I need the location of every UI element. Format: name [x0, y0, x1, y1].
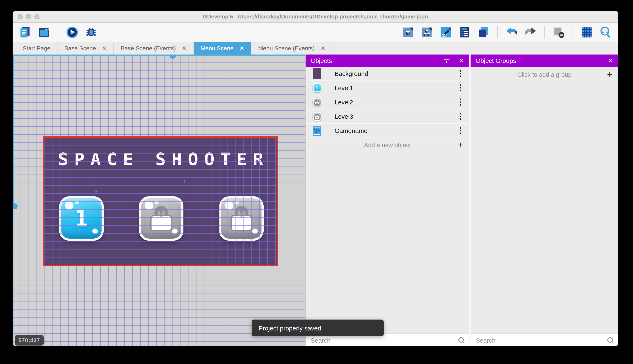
lock-button-icon: [312, 98, 321, 106]
objects-panel: Objects ✕ Background 1 Level1: [305, 54, 469, 346]
level3-button[interactable]: [219, 196, 264, 241]
groups-search-input[interactable]: [475, 336, 607, 344]
gdevelop-window: GDevelop 5 - /Users/dkarakay/Documents/G…: [13, 11, 618, 346]
add-object-row[interactable]: Add a new object +: [305, 138, 469, 152]
edit-scene-icon[interactable]: [439, 26, 453, 39]
tab-label: Menu Scene: [200, 45, 233, 52]
groups-search-bar: [471, 334, 618, 346]
grid-icon[interactable]: [580, 26, 593, 39]
debug-icon[interactable]: [84, 26, 98, 39]
lock-icon: [230, 206, 253, 231]
gloss-highlight: [155, 200, 159, 204]
redo-icon[interactable]: [524, 26, 537, 39]
search-icon[interactable]: [458, 336, 465, 344]
titlebar: GDevelop 5 - /Users/dkarakay/Documents/G…: [13, 11, 618, 23]
horizontal-scrollbar[interactable]: [13, 54, 305, 56]
object-name: Background: [335, 70, 368, 77]
vertical-scrollbar[interactable]: [13, 54, 14, 346]
gloss-highlight: [65, 201, 74, 210]
toolbar: 1:1: [13, 23, 618, 42]
sparkle: +: [94, 188, 98, 195]
background-swatch-icon: [313, 68, 321, 79]
object-name: Level2: [335, 98, 353, 106]
instances-icon[interactable]: [420, 26, 434, 39]
tab-base-scene-events[interactable]: Base Scene (Events) ✕: [114, 42, 194, 54]
object-menu-icon[interactable]: [458, 111, 463, 122]
tab-start-page[interactable]: Start Page: [16, 42, 58, 54]
add-group-row[interactable]: Click to add a group +: [471, 67, 618, 82]
lock-button-icon: [312, 112, 321, 121]
toolbar-separator: [58, 26, 58, 38]
object-row-level3[interactable]: Level3: [305, 110, 469, 124]
tab-label: Base Scene (Events): [121, 45, 176, 52]
toolbar-separator: [497, 26, 498, 38]
tab-label: Start Page: [23, 45, 50, 52]
tab-base-scene[interactable]: Base Scene ✕: [58, 42, 114, 54]
object-groups-panel-header: Object Groups ✕: [471, 54, 618, 67]
object-icon[interactable]: [401, 26, 415, 39]
level1-button-icon: 1: [312, 84, 321, 92]
save-toast: Project properly saved: [252, 320, 384, 336]
toolbar-separator: [572, 26, 573, 38]
layers-icon[interactable]: [477, 26, 490, 39]
object-name: Gamename: [335, 127, 368, 134]
filter-icon[interactable]: [444, 58, 450, 63]
scene-canvas[interactable]: + + + + SPACE SHOOTER 1: [13, 54, 305, 346]
close-tab-icon[interactable]: ✕: [239, 45, 244, 51]
object-name: Level1: [335, 84, 353, 92]
add-group-label: Click to add a group: [517, 71, 571, 78]
scene-background-instance[interactable]: + + + + SPACE SHOOTER 1: [43, 136, 278, 266]
level-number: 1: [75, 205, 88, 232]
objects-panel-title: Objects: [311, 57, 444, 64]
add-group-plus-icon[interactable]: +: [607, 70, 612, 79]
undo-icon[interactable]: [505, 26, 518, 39]
level2-button[interactable]: [139, 196, 183, 241]
objects-panel-header: Objects ✕: [305, 54, 469, 67]
text-object-icon: Tx: [313, 126, 321, 136]
tab-menu-scene[interactable]: Menu Scene ✕: [194, 42, 251, 54]
object-groups-list: Click to add a group +: [471, 67, 618, 334]
object-row-level2[interactable]: Level2: [305, 95, 469, 110]
object-row-background[interactable]: Background: [305, 67, 469, 81]
deselect-instances-icon[interactable]: [552, 26, 565, 39]
game-title-text[interactable]: SPACE SHOOTER: [44, 149, 277, 170]
close-tab-icon[interactable]: ✕: [102, 45, 107, 51]
horizontal-scrollbar-thumb[interactable]: [170, 54, 176, 59]
scene-window-icon[interactable]: [37, 26, 51, 39]
tabbar: Start Page Base Scene ✕ Base Scene (Even…: [13, 42, 618, 54]
object-name: Level3: [335, 113, 353, 120]
close-object-groups-panel-icon[interactable]: ✕: [608, 58, 613, 64]
object-menu-icon[interactable]: [458, 83, 463, 93]
zoom-1-1-icon[interactable]: 1:1: [599, 26, 612, 39]
object-menu-icon[interactable]: [458, 68, 463, 79]
toolbar-separator: [544, 26, 545, 38]
object-row-level1[interactable]: 1 Level1: [305, 81, 469, 95]
close-tab-icon[interactable]: ✕: [182, 45, 187, 51]
object-row-gamename[interactable]: Tx Gamename: [305, 124, 469, 138]
object-menu-icon[interactable]: [458, 97, 463, 107]
object-groups-panel: Object Groups ✕ Click to add a group +: [471, 54, 618, 346]
close-objects-panel-icon[interactable]: ✕: [459, 58, 464, 64]
gloss-highlight: [92, 228, 98, 234]
search-icon[interactable]: [607, 336, 614, 344]
properties-icon[interactable]: [458, 26, 471, 39]
objects-search-input[interactable]: [310, 336, 458, 344]
window-title: GDevelop 5 - /Users/dkarakay/Documents/G…: [13, 14, 618, 20]
sparkle: +: [183, 178, 186, 184]
object-menu-icon[interactable]: [458, 126, 463, 136]
tab-menu-scene-events[interactable]: Menu Scene (Events) ✕: [251, 42, 333, 54]
gloss-highlight: [75, 200, 79, 204]
cursor-coordinates-badge: 570;437: [15, 335, 44, 346]
vertical-scrollbar-thumb[interactable]: [13, 204, 18, 209]
add-object-plus-icon[interactable]: +: [458, 140, 463, 150]
level1-button[interactable]: 1: [59, 196, 104, 241]
svg-text:1:1: 1:1: [602, 29, 608, 33]
tab-label: Menu Scene (Events): [258, 45, 314, 52]
project-manager-icon[interactable]: [19, 26, 32, 39]
gloss-highlight: [235, 200, 239, 204]
close-tab-icon[interactable]: ✕: [321, 45, 325, 51]
lock-icon: [149, 206, 173, 231]
object-groups-panel-title: Object Groups: [476, 57, 608, 64]
add-object-label: Add a new object: [364, 142, 411, 148]
play-icon[interactable]: [66, 26, 79, 39]
